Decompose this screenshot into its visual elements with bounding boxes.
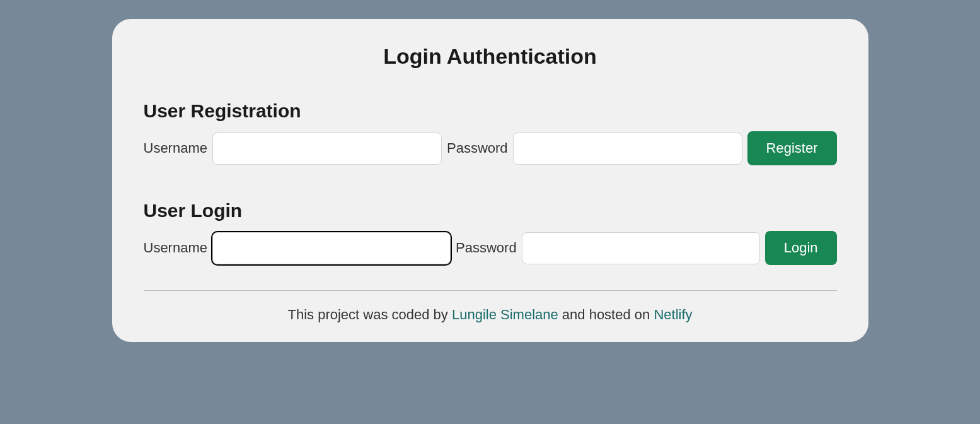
registration-heading: User Registration xyxy=(144,100,837,122)
login-username-input[interactable] xyxy=(212,232,451,264)
author-link[interactable]: Lungile Simelane xyxy=(452,307,558,322)
reg-username-input[interactable] xyxy=(212,132,442,165)
reg-password-label: Password xyxy=(447,140,508,156)
auth-card: Login Authentication User Registration U… xyxy=(112,19,868,342)
footer-text: This project was coded by Lungile Simela… xyxy=(144,307,837,323)
registration-form: Username Password Register xyxy=(144,131,837,165)
login-button[interactable]: Login xyxy=(765,231,837,265)
footer-prefix: This project was coded by xyxy=(287,307,451,322)
login-username-label: Username xyxy=(144,240,207,256)
divider xyxy=(144,290,837,291)
page-title: Login Authentication xyxy=(144,44,837,69)
login-heading: User Login xyxy=(144,200,837,221)
host-link[interactable]: Netlify xyxy=(654,307,692,322)
login-form: Username Password Login xyxy=(144,231,837,265)
register-button[interactable]: Register xyxy=(747,131,837,165)
login-password-label: Password xyxy=(456,240,517,256)
login-password-input[interactable] xyxy=(522,232,760,264)
reg-password-input[interactable] xyxy=(513,132,742,165)
footer-middle: and hosted on xyxy=(558,307,654,322)
reg-username-label: Username xyxy=(144,140,207,156)
